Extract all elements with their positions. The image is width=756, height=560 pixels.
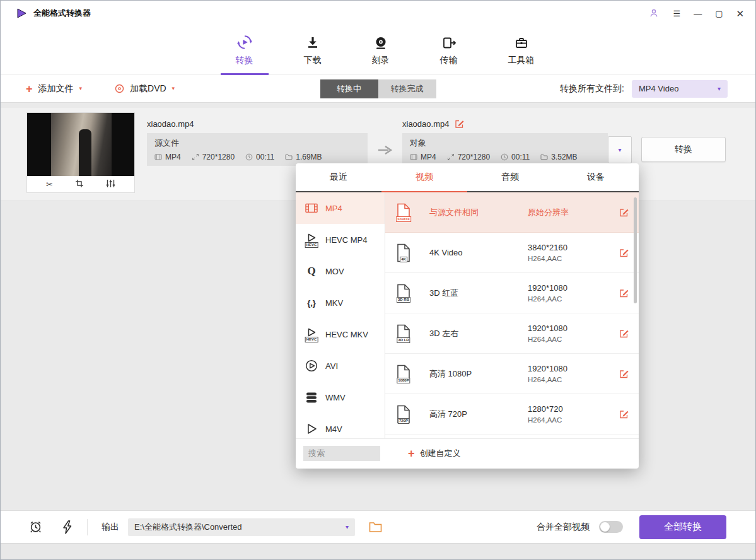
convert-all-button[interactable]: 全部转换 — [639, 515, 726, 539]
preset-same-as-source[interactable]: source 与源文件相同 原始分辨率 — [385, 192, 639, 233]
toolbar: + 添加文件 ▾ 加载DVD ▾ 转换中 转换完成 转换所有文件到: MP4 V… — [1, 75, 755, 103]
effects-icon[interactable] — [106, 179, 115, 189]
edit-preset-icon[interactable] — [619, 288, 629, 298]
load-dvd-button[interactable]: 加载DVD ▾ — [115, 83, 175, 95]
format-item-mov[interactable]: Q MOV — [296, 255, 385, 287]
account-icon[interactable] — [648, 8, 660, 19]
preset-4k-video[interactable]: 4K 4K Video 3840*2160 H264,AAC — [385, 233, 639, 273]
download-icon — [305, 34, 320, 50]
chevron-down-icon[interactable]: ▾ — [79, 86, 83, 91]
format-item-m4v[interactable]: M4V — [296, 413, 385, 438]
edit-preset-icon[interactable] — [619, 369, 629, 378]
chevron-down-icon: ▾ — [346, 524, 349, 530]
add-files-button[interactable]: + 添加文件 ▾ — [26, 83, 82, 95]
chevron-down-icon: ▾ — [618, 147, 621, 153]
preset-search-input[interactable] — [303, 446, 380, 461]
create-custom-button[interactable]: + 创建自定义 — [408, 448, 461, 459]
tab-burn[interactable]: 刻录 — [362, 26, 400, 74]
tab-device[interactable]: 设备 — [553, 163, 639, 191]
format-picker-panel: 最近 视频 音频 设备 MP4 HEVC HEVC MP4 — [296, 163, 639, 469]
preset-hd-1080p[interactable]: 1080P 高清 1080P 1920*1080 H264,AAC — [385, 354, 639, 394]
tab-audio[interactable]: 音频 — [467, 163, 553, 191]
dvd-icon — [115, 84, 124, 93]
source-label: 源文件 — [154, 137, 179, 149]
format-item-hevc-mp4[interactable]: HEVC HEVC MP4 — [296, 224, 385, 255]
tab-toolbox[interactable]: 工具箱 — [498, 26, 545, 74]
tab-converting[interactable]: 转换中 — [320, 79, 378, 98]
burn-disc-icon — [373, 34, 388, 50]
tab-converted[interactable]: 转换完成 — [378, 79, 436, 98]
high-speed-icon[interactable] — [62, 520, 73, 534]
preset-3d-red-blue[interactable]: 3D RB 3D 红蓝 1920*1080 H264,AAC — [385, 273, 639, 313]
tab-transfer-label: 传输 — [440, 55, 458, 66]
tab-convert[interactable]: 转换 — [226, 26, 264, 74]
format-item-wmv[interactable]: WMV — [296, 382, 385, 413]
edit-preset-icon[interactable] — [619, 207, 629, 217]
format-label: HEVC MKV — [325, 330, 368, 339]
output-label: 输出 — [102, 522, 119, 533]
target-filename: xiaodao.mp4 — [402, 119, 449, 129]
schedule-icon[interactable] — [28, 520, 43, 534]
mp4-icon — [304, 201, 319, 216]
preset-name: 3D 左右 — [429, 328, 524, 339]
preset-hd-720p[interactable]: 720P 高清 720P 1280*720 H264,AAC — [385, 394, 639, 435]
tab-recent[interactable]: 最近 — [296, 163, 381, 191]
edit-preset-icon[interactable] — [619, 409, 629, 419]
file-icon: 3D LR — [395, 324, 412, 343]
plus-icon: + — [408, 448, 415, 459]
crop-icon[interactable] — [75, 179, 84, 189]
output-format-select[interactable]: MP4 Video ▾ — [632, 80, 728, 98]
format-item-mp4[interactable]: MP4 — [296, 192, 385, 224]
video-thumbnail[interactable]: ✂ — [27, 113, 134, 192]
format-label: MKV — [325, 298, 343, 308]
menu-icon[interactable]: ☰ — [673, 9, 680, 18]
target-info-box: 对象 MP4 720*1280 00:11 3.52MB — [402, 133, 608, 166]
source-size: 1.69MB — [296, 153, 322, 161]
hevc-mp4-icon: HEVC — [304, 232, 319, 247]
target-format-dropdown-button[interactable]: ▾ — [608, 136, 632, 163]
merge-toggle[interactable] — [599, 521, 623, 533]
transfer-icon — [441, 34, 457, 50]
file-icon: 720P — [395, 405, 412, 424]
format-item-mkv[interactable]: {,} MKV — [296, 287, 385, 318]
main-nav: 转换 下载 刻录 传输 — [1, 26, 755, 75]
duration-icon — [245, 153, 253, 161]
preset-name: 4K Video — [429, 248, 524, 257]
file-icon: 4K — [395, 243, 412, 262]
merge-videos-label: 合并全部视频 — [537, 522, 590, 533]
scrollbar-thumb[interactable] — [634, 197, 637, 303]
format-icon — [154, 153, 162, 161]
chevron-down-icon[interactable]: ▾ — [172, 86, 175, 91]
duration-icon — [501, 153, 508, 161]
add-files-label: 添加文件 — [38, 83, 74, 95]
preset-resolution: 1920*1080 — [528, 364, 567, 373]
format-label: AVI — [325, 361, 338, 371]
target-format: MP4 — [421, 153, 436, 161]
rename-icon[interactable] — [455, 119, 464, 129]
format-item-hevc-mkv[interactable]: HEVC HEVC MKV — [296, 318, 385, 350]
preset-badge: 720P — [398, 418, 409, 424]
edit-preset-icon[interactable] — [619, 248, 629, 257]
convert-icon — [236, 34, 253, 50]
close-button[interactable]: ✕ — [736, 9, 744, 18]
preset-resolution: 1920*1080 — [528, 324, 567, 333]
preset-3d-left-right[interactable]: 3D LR 3D 左右 1920*1080 H264,AAC — [385, 313, 639, 354]
edit-preset-icon[interactable] — [619, 329, 629, 338]
source-filename: xiaodao.mp4 — [147, 119, 194, 129]
toolbox-icon — [514, 34, 529, 50]
open-folder-icon[interactable] — [369, 522, 382, 533]
tab-video[interactable]: 视频 — [381, 163, 467, 191]
preset-name: 高清 720P — [429, 409, 524, 420]
tab-download[interactable]: 下载 — [294, 26, 332, 74]
maximize-button[interactable]: ▢ — [715, 9, 723, 18]
convert-button[interactable]: 转换 — [641, 137, 726, 162]
preset-name: 高清 1080P — [429, 368, 524, 380]
format-item-avi[interactable]: AVI — [296, 350, 385, 382]
target-duration: 00:11 — [511, 153, 530, 161]
trim-icon[interactable]: ✂ — [46, 180, 53, 189]
tab-transfer[interactable]: 传输 — [430, 26, 468, 74]
format-label: MP4 — [325, 204, 342, 213]
output-path-select[interactable]: E:\全能格式转换器\Converted ▾ — [128, 518, 355, 536]
minimize-button[interactable]: — — [694, 9, 702, 18]
target-size: 3.52MB — [551, 153, 577, 161]
